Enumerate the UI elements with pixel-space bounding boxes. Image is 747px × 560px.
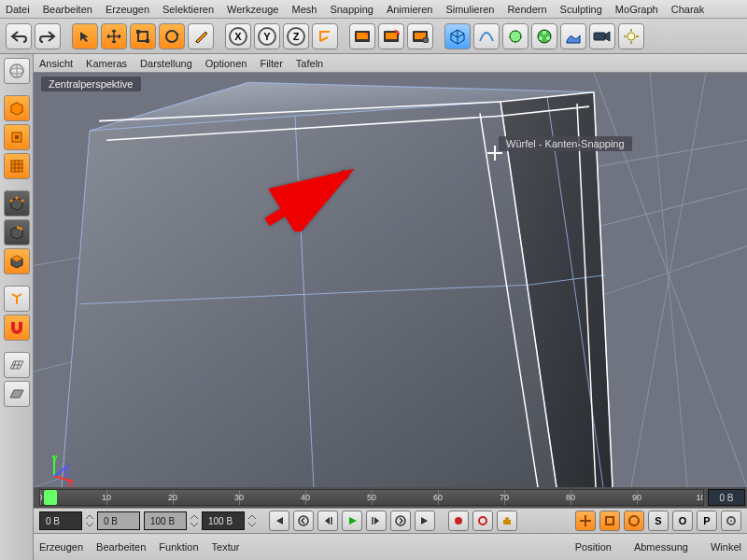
- timeline-tick-label: 10: [102, 493, 111, 502]
- point-mode-button[interactable]: [4, 190, 30, 217]
- camera-button[interactable]: [589, 23, 615, 49]
- edge-mode-button[interactable]: [4, 219, 30, 245]
- stepper-icon[interactable]: [248, 514, 256, 527]
- timeline-endcap: 0 B: [708, 489, 745, 506]
- nav-s-button[interactable]: S: [648, 511, 669, 531]
- menu-mograph[interactable]: MoGraph: [615, 4, 658, 15]
- vpmenu-options[interactable]: Optionen: [205, 58, 247, 69]
- workplane-mode-button[interactable]: [4, 381, 30, 407]
- stepper-icon[interactable]: [190, 514, 198, 527]
- axis-z-button[interactable]: Z: [283, 23, 309, 49]
- goto-start-button[interactable]: [269, 511, 289, 531]
- axis-y-button[interactable]: Y: [254, 23, 280, 49]
- primitive-button[interactable]: [444, 23, 471, 49]
- vpmenu-filter[interactable]: Filter: [260, 58, 282, 69]
- autokey-button[interactable]: [472, 511, 493, 531]
- attr-position-label: Position: [575, 541, 612, 553]
- stepper-icon[interactable]: [86, 514, 93, 527]
- snap-toggle-button[interactable]: [4, 315, 30, 341]
- svg-point-63: [479, 517, 486, 525]
- timeline-ruler[interactable]: 0102030405060708090100: [39, 489, 704, 506]
- main-toolbar: X Y Z: [0, 19, 747, 54]
- viewport-menubar: Ansicht Kameras Darstellung Optionen Fil…: [34, 54, 747, 73]
- svg-rect-23: [15, 135, 19, 139]
- nav-rotate-button[interactable]: [624, 511, 644, 531]
- annotation-arrow-icon: [258, 166, 370, 233]
- goto-end-button[interactable]: [415, 511, 435, 531]
- nav-param-button[interactable]: [721, 511, 741, 531]
- nav-o-button[interactable]: O: [672, 511, 693, 531]
- deformer-button[interactable]: [531, 23, 557, 49]
- axis-toggle-button[interactable]: [4, 286, 30, 312]
- range-from-field[interactable]: 0 B: [97, 511, 140, 530]
- menu-character[interactable]: Charak: [671, 4, 704, 15]
- keyopts-button[interactable]: [497, 511, 517, 531]
- undo-button[interactable]: [6, 23, 32, 49]
- generator-button[interactable]: [502, 23, 529, 49]
- frame-prev-button[interactable]: [317, 511, 338, 531]
- menu-sculpting[interactable]: Sculpting: [560, 4, 602, 15]
- coord-system-button[interactable]: [312, 23, 338, 49]
- workplane-button[interactable]: [4, 352, 30, 378]
- play-button[interactable]: [342, 511, 362, 531]
- record-button[interactable]: [448, 511, 469, 531]
- spline-button[interactable]: [473, 23, 500, 49]
- scale-tool-button[interactable]: [130, 23, 156, 49]
- texture-mode-button[interactable]: [4, 153, 30, 179]
- menu-snapping[interactable]: Snapping: [330, 4, 374, 15]
- redo-button[interactable]: [35, 23, 61, 49]
- render-view-button[interactable]: [349, 23, 375, 49]
- vpmenu-view[interactable]: Ansicht: [39, 58, 73, 69]
- menu-simulate[interactable]: Simulieren: [445, 4, 494, 15]
- mm-function[interactable]: Funktion: [159, 541, 198, 553]
- menu-mesh[interactable]: Mesh: [291, 4, 317, 15]
- menu-create[interactable]: Erzeugen: [106, 4, 149, 15]
- last-tool-button[interactable]: [188, 23, 214, 49]
- axis-x-button[interactable]: X: [225, 23, 251, 49]
- mm-texture[interactable]: Textur: [212, 541, 240, 553]
- key-next-button[interactable]: [390, 511, 411, 531]
- timeline-tick-label: 80: [566, 493, 575, 502]
- select-tool-button[interactable]: [72, 23, 98, 49]
- render-pv-button[interactable]: [378, 23, 404, 49]
- vpmenu-display[interactable]: Darstellung: [140, 58, 192, 69]
- menu-tools[interactable]: Werkzeuge: [227, 4, 278, 15]
- menu-select[interactable]: Selektieren: [162, 4, 214, 15]
- make-editable-button[interactable]: [4, 95, 30, 121]
- menu-render[interactable]: Rendern: [507, 4, 546, 15]
- range-to-field[interactable]: 100 B: [144, 511, 187, 530]
- vpmenu-panels[interactable]: Tafeln: [296, 58, 323, 69]
- timeline[interactable]: 0102030405060708090100 0 B: [34, 487, 747, 508]
- menu-animate[interactable]: Animieren: [387, 4, 433, 15]
- move-tool-button[interactable]: [101, 23, 127, 49]
- nav-scale-button[interactable]: [599, 511, 620, 531]
- frame-start-field[interactable]: 0 B: [39, 511, 82, 530]
- cursor-crosshair-icon: [487, 146, 502, 161]
- nav-p-button[interactable]: P: [697, 511, 717, 531]
- nav-move-button[interactable]: [575, 511, 596, 531]
- key-prev-button[interactable]: [293, 511, 314, 531]
- playhead[interactable]: [44, 490, 57, 505]
- light-button[interactable]: [618, 23, 644, 49]
- svg-point-69: [730, 520, 732, 522]
- environment-button[interactable]: [560, 23, 586, 49]
- render-settings-button[interactable]: [407, 23, 433, 49]
- rotate-tool-button[interactable]: [159, 23, 185, 49]
- svg-marker-60: [349, 517, 357, 525]
- mm-create[interactable]: Erzeugen: [39, 541, 83, 553]
- viewport-3d[interactable]: Zentralperspektive Würfel - Kanten-Snapp…: [34, 73, 747, 487]
- svg-rect-66: [606, 517, 613, 525]
- menu-file[interactable]: Datei: [6, 4, 30, 15]
- vpmenu-cameras[interactable]: Kameras: [86, 58, 127, 69]
- frame-next-button[interactable]: [366, 511, 387, 531]
- menu-edit[interactable]: Bearbeiten: [43, 4, 92, 15]
- polygon-mode-button[interactable]: [4, 248, 30, 274]
- view-config-icon[interactable]: [4, 58, 30, 84]
- axis-y-label: Y: [51, 454, 58, 465]
- svg-rect-18: [594, 33, 605, 40]
- svg-point-65: [505, 517, 509, 521]
- frame-end-field[interactable]: 100 B: [202, 511, 245, 530]
- model-mode-button[interactable]: [4, 124, 30, 150]
- svg-rect-1: [136, 30, 140, 34]
- mm-edit[interactable]: Bearbeiten: [96, 541, 146, 553]
